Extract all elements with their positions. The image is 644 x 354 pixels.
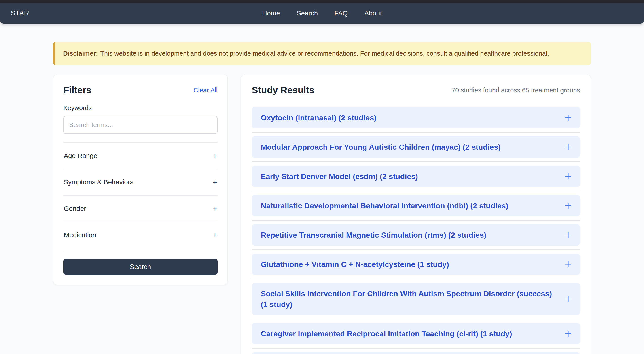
filter-accordion-label: Age Range [64,152,97,160]
expand-plus-icon[interactable] [564,261,572,268]
filter-accordion-label: Symptoms & Behaviors [64,178,134,186]
expand-plus-icon[interactable] [564,295,572,302]
study-results-panel: Study Results 70 studies found across 65… [241,75,591,354]
nav-link[interactable]: About [364,10,382,17]
expand-plus-icon[interactable]: + [213,205,217,213]
study-group-title: Early Start Denver Model (esdm) (2 studi… [261,171,564,182]
filter-sections: Age Range + Symptoms & Behaviors + Gende… [63,142,218,248]
divider [252,279,580,279]
filter-accordion-label: Gender [64,205,86,213]
expand-plus-icon[interactable] [564,173,572,180]
expand-plus-icon[interactable] [564,231,572,238]
results-list: Oxytocin (intranasal) (2 studies) Modula… [252,107,580,354]
result-row: Caregiver Implemented Reciprocal Imitati… [252,319,580,344]
navbar: STAR Home Search FAQ About [0,3,644,24]
divider [252,191,580,191]
filter-accordion-row[interactable]: Medication + [63,221,218,248]
result-row: Oxytocin (intranasal) (2 studies) [252,107,580,128]
clear-all-link[interactable]: Clear All [194,87,218,94]
expand-plus-icon[interactable]: + [213,152,217,160]
divider [252,319,580,319]
expand-plus-icon[interactable] [564,202,572,209]
expand-plus-icon[interactable] [564,143,572,151]
study-group-title: Caregiver Implemented Reciprocal Imitati… [261,328,564,339]
filters-panel: Filters Clear All Keywords Age Range + S… [53,75,228,285]
expand-plus-icon[interactable]: + [213,231,217,239]
nav-link[interactable]: FAQ [334,10,348,17]
divider [252,348,580,349]
expand-plus-icon[interactable]: + [213,178,217,186]
filters-title: Filters [63,85,92,96]
result-row: Modular Approach For Young Autistic Chil… [252,132,580,158]
result-row: Glutathione + Vitamin C + N-acetylcystei… [252,249,580,275]
study-group-item[interactable]: Social Skills Intervention For Children … [252,283,580,315]
study-group-item[interactable]: Caregiver Implemented Reciprocal Imitati… [252,323,580,344]
disclaimer-text: This website is in development and does … [100,50,549,57]
result-row: Early Start Denver Model (esdm) (2 studi… [252,161,580,187]
result-row: Naturalistic Developmental Behavioral In… [252,191,580,216]
divider [252,161,580,162]
study-group-item[interactable]: Glutathione + Vitamin C + N-acetylcystei… [252,253,580,275]
disclaimer-label: Disclaimer: [63,50,98,57]
study-group-item[interactable] [252,352,580,354]
filter-accordion-row[interactable]: Age Range + [63,142,218,169]
results-title: Study Results [252,85,314,96]
result-row: Repetitive Transcranial Magnetic Stimula… [252,220,580,246]
result-row: Social Skills Intervention For Children … [252,279,580,315]
expand-plus-icon[interactable] [564,114,572,121]
study-group-item[interactable]: Oxytocin (intranasal) (2 studies) [252,107,580,128]
divider [252,132,580,133]
study-group-title: Repetitive Transcranial Magnetic Stimula… [261,230,564,240]
nav-link[interactable]: Home [262,10,280,17]
study-group-item[interactable]: Modular Approach For Young Autistic Chil… [252,136,580,158]
keywords-search-input[interactable] [63,116,218,134]
study-group-title: Modular Approach For Young Autistic Chil… [261,142,564,152]
nav-link[interactable]: Search [296,10,318,17]
study-group-title: Social Skills Intervention For Children … [261,288,564,310]
expand-plus-icon[interactable] [564,330,572,337]
browser-top-strip [0,0,644,3]
study-group-item[interactable]: Naturalistic Developmental Behavioral In… [252,195,580,216]
result-row [252,348,580,354]
results-summary: 70 studies found across 65 treatment gro… [452,87,580,94]
keywords-label: Keywords [63,104,218,112]
brand-logo[interactable]: STAR [11,9,29,17]
disclaimer-banner: Disclaimer: This website is in developme… [53,42,591,65]
divider [252,220,580,221]
nav-links: Home Search FAQ About [262,10,382,17]
study-group-title: Oxytocin (intranasal) (2 studies) [261,112,564,123]
search-button[interactable]: Search [63,259,218,275]
filter-accordion-label: Medication [64,231,96,239]
study-group-item[interactable]: Early Start Denver Model (esdm) (2 studi… [252,166,580,187]
divider [252,249,580,250]
filter-accordion-row[interactable]: Symptoms & Behaviors + [63,169,218,195]
study-group-title: Glutathione + Vitamin C + N-acetylcystei… [261,259,564,270]
study-group-item[interactable]: Repetitive Transcranial Magnetic Stimula… [252,224,580,246]
study-group-title: Naturalistic Developmental Behavioral In… [261,200,564,211]
filter-accordion-row[interactable]: Gender + [63,195,218,221]
